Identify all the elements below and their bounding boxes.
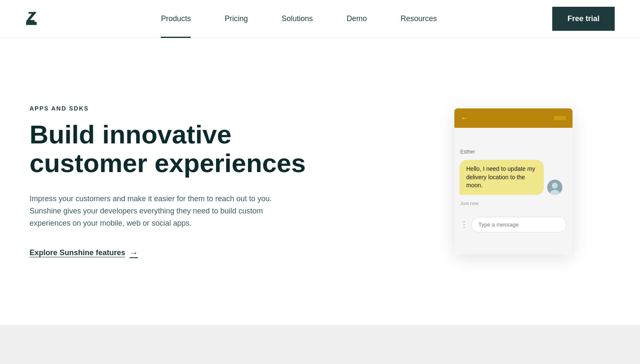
nav-links: Products Pricing Solutions Demo Resource… — [46, 0, 552, 38]
hero-title: Build innovative customer experiences — [30, 120, 306, 178]
hero-section: APPS AND SDKS Build innovative customer … — [0, 38, 640, 325]
chat-bubble: Hello, I need to update my delivery loca… — [459, 160, 544, 195]
chat-header-right — [554, 116, 566, 120]
chat-header-left: ← — [461, 114, 468, 122]
chat-bubble-row: Hello, I need to update my delivery loca… — [459, 160, 567, 195]
nav-link-resources[interactable]: Resources — [384, 0, 454, 38]
chat-header: ← — [454, 108, 572, 128]
chat-sender-name: Esther — [459, 149, 567, 155]
nav-link-demo[interactable]: Demo — [330, 0, 384, 38]
free-trial-button[interactable]: Free trial — [552, 7, 615, 31]
arrow-icon: → — [130, 248, 138, 258]
zendesk-logo — [25, 8, 46, 28]
svg-point-2 — [552, 183, 558, 189]
user-avatar — [547, 180, 562, 195]
chat-mockup-container: ← Esther Hello, I need to update my deli… — [442, 108, 585, 254]
chat-body: Esther Hello, I need to update my delive… — [454, 128, 572, 254]
back-arrow-icon[interactable]: ← — [461, 114, 468, 122]
nav-link-solutions[interactable]: Solutions — [265, 0, 329, 38]
avatar-icon — [547, 180, 562, 195]
hero-eyebrow: APPS AND SDKS — [30, 105, 306, 112]
chat-timestamp: Just now — [459, 201, 567, 206]
hero-content: APPS AND SDKS Build innovative customer … — [30, 105, 306, 258]
logo-link[interactable] — [25, 8, 46, 30]
nav-link-pricing[interactable]: Pricing — [208, 0, 265, 38]
nav-link-products[interactable]: Products — [144, 0, 208, 38]
hero-title-line1: Build innovative — [30, 120, 232, 149]
chat-mockup: ← Esther Hello, I need to update my deli… — [454, 108, 572, 254]
hero-title-line2: customer experiences — [30, 148, 306, 178]
navbar: Products Pricing Solutions Demo Resource… — [0, 0, 640, 38]
bottom-strip — [0, 325, 640, 364]
more-options-icon[interactable]: ⋮ — [460, 220, 468, 229]
chat-messages: Esther Hello, I need to update my delive… — [459, 145, 567, 210]
chat-input-row: ⋮ — [459, 217, 567, 232]
chat-message-input[interactable] — [471, 217, 567, 232]
explore-sunshine-label: Explore Sunshine features — [30, 248, 125, 257]
explore-sunshine-link[interactable]: Explore Sunshine features → — [30, 248, 138, 258]
hero-description: Impress your customers and make it easie… — [30, 193, 274, 229]
